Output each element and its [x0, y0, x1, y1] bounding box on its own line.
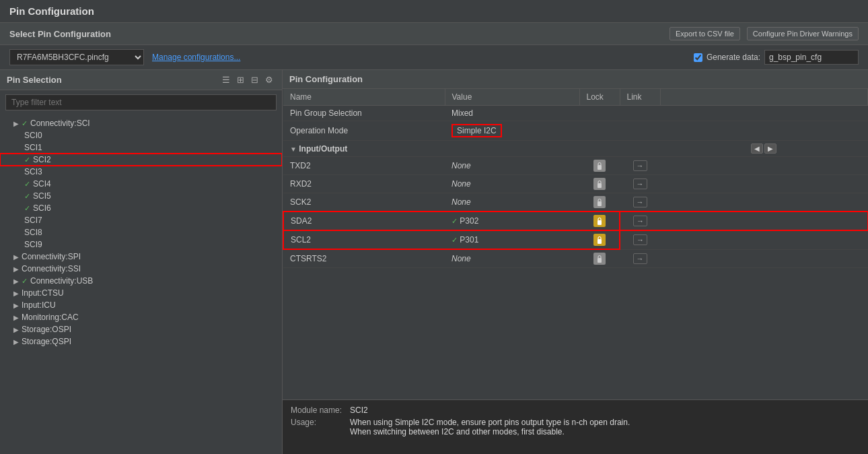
tree-item-sci4[interactable]: ✓ SCI4 [0, 178, 282, 190]
rxd2-lock-icon [586, 178, 613, 190]
toolbar-section-label: Select Pin Configuration [9, 29, 111, 39]
tree-item-connectivity-spi[interactable]: ▶ Connectivity:SPI [0, 251, 282, 263]
txd2-value[interactable]: None [445, 157, 579, 175]
io-group-link [620, 141, 660, 157]
sda2-value[interactable]: ✓ P302 [445, 212, 579, 230]
tree-item-label: Storage:OSPI [22, 325, 71, 334]
txd2-name: TXD2 [283, 157, 445, 175]
chevron-icon: ▶ [13, 253, 19, 261]
tree-item-connectivity-ssi[interactable]: ▶ Connectivity:SSI [0, 263, 282, 275]
ctsrts2-value[interactable]: None [445, 249, 579, 268]
generate-data-group: Generate data: [694, 50, 859, 65]
tree-item-label: SCI5 [33, 191, 51, 201]
rxd2-name: RXD2 [283, 175, 445, 193]
sda2-name: SDA2 [283, 212, 445, 230]
op-mode-extra [660, 121, 868, 141]
sck2-value[interactable]: None [445, 193, 579, 212]
manage-configurations-link[interactable]: Manage configurations... [152, 53, 240, 62]
lock-icon-gold [593, 215, 606, 227]
io-group-lock [579, 141, 620, 157]
tree-item-connectivity-usb[interactable]: ▶ ✓ Connectivity:USB [0, 275, 282, 287]
txd2-arrow-button[interactable]: → [633, 160, 647, 171]
ctsrts2-name: CTSRTS2 [283, 249, 445, 268]
chevron-icon: ▶ [13, 290, 19, 297]
tree-item-sci3[interactable]: SCI3 [0, 166, 282, 178]
tree-item-storage-ospi[interactable]: ▶ Storage:OSPI [0, 323, 282, 335]
ctsrts2-arrow-group: → [626, 253, 653, 264]
rxd2-value[interactable]: None [445, 175, 579, 193]
nav-left-button[interactable]: ◀ [751, 143, 763, 154]
txd2-lock [579, 157, 620, 175]
left-panel-title: Pin Selection [7, 75, 62, 85]
scl2-lock [579, 230, 620, 249]
op-mode-value[interactable]: Simple I2C [445, 121, 579, 141]
lock-svg [596, 236, 603, 244]
filter-button[interactable]: ⊟ [249, 74, 260, 86]
tree-item-label: SCI0 [24, 131, 42, 140]
right-panel: Pin Configuration Name Value Lock Link P… [283, 70, 868, 454]
scl2-value[interactable]: ✓ P301 [445, 230, 579, 249]
txd2-extra [660, 157, 868, 175]
config-file-select[interactable]: R7FA6M5BH3CFC.pincfg [9, 49, 144, 65]
scl2-arrow-button[interactable]: → [633, 234, 647, 245]
tree-item-label: SCI7 [24, 216, 42, 225]
col-header-extra [660, 89, 868, 106]
io-nav: ◀ ▶ [660, 141, 868, 157]
tree-item-sci1[interactable]: SCI1 [0, 141, 282, 154]
tree-item-sci8[interactable]: SCI8 [0, 226, 282, 238]
panel-icon-group: ☰ ⊞ ⊟ ⚙ [220, 74, 275, 86]
export-csv-button[interactable]: Export to CSV file [670, 27, 740, 40]
generate-data-checkbox[interactable] [694, 53, 702, 62]
expand-all-button[interactable]: ⊞ [235, 74, 246, 86]
filter-input[interactable] [5, 94, 277, 110]
tree-item-label: Connectivity:SSI [22, 264, 81, 273]
chevron-icon: ▶ [13, 302, 19, 309]
tree-item-sci9[interactable]: SCI9 [0, 238, 282, 251]
scl2-arrow-group: → [627, 234, 653, 245]
sck2-arrow-button[interactable]: → [633, 197, 647, 207]
lock-icon-gold [593, 234, 606, 246]
rxd2-arrow-button[interactable]: → [633, 179, 647, 189]
settings-button[interactable]: ⚙ [263, 74, 275, 86]
tree-item-storage-qspi[interactable]: ▶ Storage:QSPI [0, 335, 282, 348]
tree-item-input-ctsu[interactable]: ▶ Input:CTSU [0, 287, 282, 299]
tree-item-input-icu[interactable]: ▶ Input:ICU [0, 299, 282, 311]
tree-item-monitoring-cac[interactable]: ▶ Monitoring:CAC [0, 311, 282, 323]
tree-item-sci0[interactable]: SCI0 [0, 129, 282, 141]
ctsrts2-arrow-button[interactable]: → [633, 253, 647, 264]
bottom-info: Module name: SCI2 Usage: When using Simp… [283, 399, 868, 454]
nav-arrows: ◀ ▶ [667, 143, 861, 154]
collapse-all-button[interactable]: ☰ [220, 74, 232, 86]
chevron-icon: ▶ [13, 314, 19, 321]
left-panel: Pin Selection ☰ ⊞ ⊟ ⚙ ▶ ✓ Connectivity:S… [0, 70, 283, 454]
left-panel-header: Pin Selection ☰ ⊞ ⊟ ⚙ [0, 70, 282, 90]
check-icon: ✓ [24, 192, 30, 201]
svg-rect-1 [598, 183, 602, 188]
nav-right-button[interactable]: ▶ [764, 143, 776, 154]
tree-item-sci5[interactable]: ✓ SCI5 [0, 190, 282, 202]
svg-rect-4 [598, 239, 602, 244]
right-panel-header: Pin Configuration [283, 70, 868, 89]
app-header: Pin Configuration [0, 0, 868, 23]
pin-group-value[interactable]: Mixed [445, 106, 579, 121]
ctsrts2-extra [660, 249, 868, 268]
configure-warnings-button[interactable]: Configure Pin Driver Warnings [747, 27, 859, 40]
generate-data-input[interactable] [764, 50, 859, 65]
ctsrts2-lock [579, 249, 620, 268]
usage-row: Usage: When using Simple I2C mode, ensur… [291, 418, 860, 436]
tree-item-label: SCI1 [24, 143, 42, 152]
tree-item-sci7[interactable]: SCI7 [0, 214, 282, 226]
sda2-arrow-button[interactable]: → [633, 216, 647, 226]
col-header-lock: Lock [579, 89, 620, 106]
svg-rect-2 [598, 201, 602, 206]
table-row: TXD2 None → [283, 157, 868, 175]
lock-svg [596, 198, 603, 206]
check-icon: ✓ [22, 119, 28, 128]
tree-item-connectivity-sci[interactable]: ▶ ✓ Connectivity:SCI [0, 117, 282, 129]
tree-item-label: SCI4 [33, 179, 51, 189]
sck2-extra [660, 193, 868, 212]
tree-item-sci2[interactable]: ✓ SCI2 [0, 154, 282, 166]
op-mode-name: Operation Mode [283, 121, 445, 141]
tree-item-sci6[interactable]: ✓ SCI6 [0, 202, 282, 214]
scl2-name: SCL2 [283, 230, 445, 249]
